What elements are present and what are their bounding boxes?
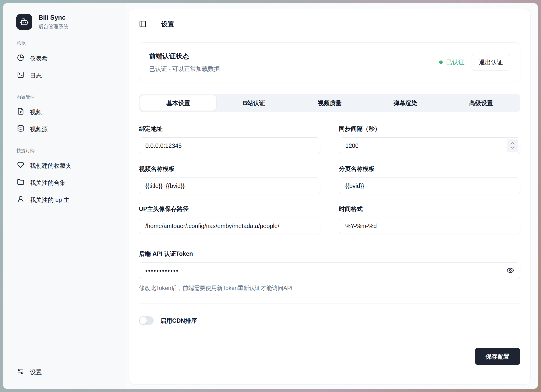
nav-section-subscriptions: 快捷订阅 xyxy=(17,148,112,154)
cdn-sorting-label: 启用CDN排序 xyxy=(160,317,197,325)
sidebar-item-label: 日志 xyxy=(30,72,42,80)
app-logo: Bili Sync 后台管理系统 xyxy=(3,14,126,30)
time-format-input[interactable] xyxy=(339,218,520,234)
main-area: 设置 前端认证状态 已认证 - 可以正常加载数据 已认证 退出认证 xyxy=(126,3,538,389)
logout-auth-button[interactable]: 退出认证 xyxy=(472,54,510,71)
sync-interval-input[interactable] xyxy=(339,137,520,154)
nav-section-content: 内容管理 xyxy=(17,94,112,100)
sidebar-item-followed-uploaders[interactable]: 我关注的 up 主 xyxy=(14,191,115,208)
sidebar-nav: 总览 仪表盘 日志 内容管理 视频 xyxy=(3,30,126,358)
form-footer: 保存配置 xyxy=(139,348,520,384)
sidebar-item-label: 我关注的 up 主 xyxy=(30,196,70,204)
page-name-template-label: 分页名称模板 xyxy=(339,165,520,173)
settings-tabs: 基本设置 B站认证 视频质量 弹幕渲染 高级设置 xyxy=(139,94,520,112)
api-token-label: 后端 API 认证Token xyxy=(139,250,520,258)
video-name-template-input[interactable] xyxy=(139,178,320,194)
upper-avatar-path-input[interactable] xyxy=(139,218,320,234)
sidebar-item-video-sources[interactable]: 视频源 xyxy=(14,121,115,138)
sidebar-item-logs[interactable]: 日志 xyxy=(14,67,115,84)
tab-basic-settings[interactable]: 基本设置 xyxy=(140,95,216,111)
cdn-sorting-toggle[interactable] xyxy=(139,316,154,325)
pie-chart-icon xyxy=(17,54,24,63)
auth-status-card: 前端认证状态 已认证 - 可以正常加载数据 已认证 退出认证 xyxy=(139,42,520,82)
tab-advanced-settings[interactable]: 高级设置 xyxy=(443,95,519,111)
desktop-background: Bili Sync 后台管理系统 总览 仪表盘 日志 xyxy=(0,0,541,392)
sidebar-item-label: 视频 xyxy=(30,108,42,116)
sidebar-item-dashboard[interactable]: 仪表盘 xyxy=(14,50,115,67)
api-token-helper-text: 修改此Token后，前端需要使用新Token重新认证才能访问API xyxy=(139,284,520,292)
tab-bilibili-auth[interactable]: B站认证 xyxy=(216,95,292,111)
number-stepper[interactable] xyxy=(507,139,518,152)
cdn-sorting-row: 启用CDN排序 xyxy=(139,316,520,325)
page-header: 设置 xyxy=(139,9,520,37)
auth-card-title: 前端认证状态 xyxy=(149,52,220,61)
sidebar-item-settings[interactable]: 设置 xyxy=(14,364,115,381)
app-subtitle: 后台管理系统 xyxy=(38,23,68,30)
sidebar-item-label: 仪表盘 xyxy=(30,55,48,62)
toggle-token-visibility-button[interactable] xyxy=(507,267,514,275)
user-icon xyxy=(17,196,24,204)
heart-icon xyxy=(17,161,24,170)
app-title: Bili Sync xyxy=(38,14,68,21)
sidebar-item-label: 我关注的合集 xyxy=(30,179,66,187)
bind-address-label: 绑定地址 xyxy=(139,125,320,133)
tab-danmaku-render[interactable]: 弹幕渲染 xyxy=(367,95,443,111)
sidebar-item-label: 我创建的收藏夹 xyxy=(30,162,72,170)
sidebar-item-followed-collections[interactable]: 我关注的合集 xyxy=(14,174,115,191)
settings-panel: 设置 前端认证状态 已认证 - 可以正常加载数据 已认证 退出认证 xyxy=(129,9,531,384)
status-dot xyxy=(439,61,443,64)
auth-status-badge: 已认证 xyxy=(439,58,464,66)
save-config-button[interactable]: 保存配置 xyxy=(475,348,520,365)
header-divider xyxy=(154,20,154,28)
toggle-knob xyxy=(140,317,147,324)
time-format-label: 时间格式 xyxy=(339,205,520,213)
eye-icon xyxy=(507,267,514,275)
api-token-input[interactable] xyxy=(139,262,520,279)
sidebar-footer: 设置 xyxy=(8,358,121,382)
panel-left-icon xyxy=(139,20,146,28)
api-token-section: 后端 API 认证Token 修改此Token后，前端需要使用新Token重新认… xyxy=(139,250,520,292)
sidebar: Bili Sync 后台管理系统 总览 仪表盘 日志 xyxy=(3,3,126,389)
page-title: 设置 xyxy=(161,20,174,28)
file-video-icon xyxy=(17,108,24,116)
auth-card-subtitle: 已认证 - 可以正常加载数据 xyxy=(149,65,220,73)
upper-avatar-path-label: UP主头像保存路径 xyxy=(139,205,320,213)
status-text: 已认证 xyxy=(446,58,464,66)
sidebar-item-label: 设置 xyxy=(30,368,42,376)
sidebar-item-videos[interactable]: 视频 xyxy=(14,103,115,121)
sidebar-toggle-button[interactable] xyxy=(139,20,146,28)
bind-address-input[interactable] xyxy=(139,137,320,154)
video-name-template-label: 视频名称模板 xyxy=(139,165,320,173)
tab-video-quality[interactable]: 视频质量 xyxy=(292,95,368,111)
app-window: Bili Sync 后台管理系统 总览 仪表盘 日志 xyxy=(3,3,538,389)
basic-settings-form: 绑定地址 同步间隔（秒） 视 xyxy=(139,125,520,234)
square-terminal-icon xyxy=(17,71,24,80)
chevron-up-icon xyxy=(510,142,515,145)
database-icon xyxy=(17,125,24,133)
chevron-down-icon xyxy=(510,146,515,149)
sidebar-item-label: 视频源 xyxy=(30,125,48,133)
bot-icon xyxy=(16,14,32,30)
page-name-template-input[interactable] xyxy=(339,178,520,194)
section-divider xyxy=(139,303,520,304)
folder-icon xyxy=(17,178,24,187)
sidebar-item-my-favorites[interactable]: 我创建的收藏夹 xyxy=(14,157,115,174)
sync-interval-label: 同步间隔（秒） xyxy=(339,125,520,133)
nav-section-overview: 总览 xyxy=(17,40,112,46)
settings-sliders-icon xyxy=(17,368,24,376)
